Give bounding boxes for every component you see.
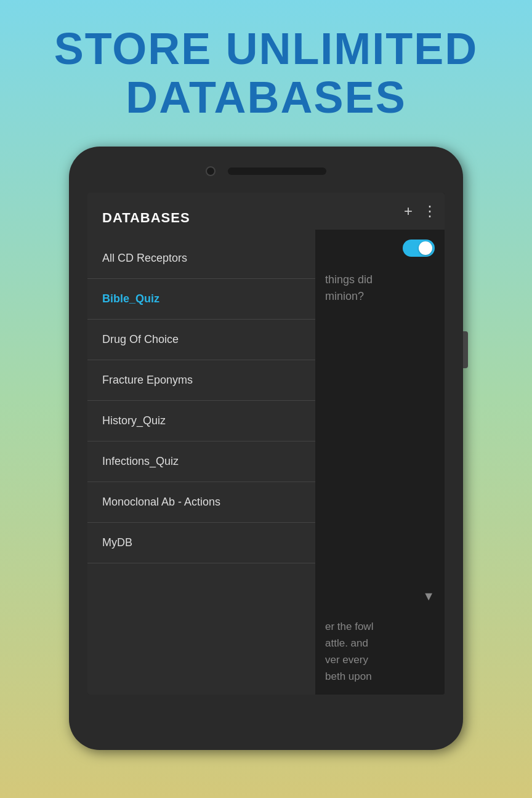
phone-container: DATABASES All CD Receptors Bible_Quiz Dr… [69, 147, 463, 750]
phone-top [69, 147, 463, 196]
drawer-item-label-active: Bible_Quiz [102, 292, 159, 305]
drawer-item-label: Drug Of Choice [102, 333, 179, 345]
app-toolbar: + ⋮ [315, 193, 445, 230]
speaker [228, 167, 326, 175]
phone-screen: DATABASES All CD Receptors Bible_Quiz Dr… [87, 193, 445, 695]
add-icon[interactable]: + [404, 203, 413, 220]
toggle-switch[interactable] [403, 240, 435, 257]
app-content: + ⋮ things didminion? ▼ er the fowlattle… [315, 193, 445, 695]
list-item[interactable]: Drug Of Choice [87, 320, 315, 360]
more-icon[interactable]: ⋮ [422, 203, 437, 220]
list-item[interactable]: Fracture Eponyms [87, 360, 315, 401]
drawer-header: DATABASES [87, 193, 315, 238]
drawer-item-label: MyDB [102, 536, 132, 549]
side-button [463, 331, 468, 368]
chevron-down-icon[interactable]: ▼ [315, 584, 445, 608]
drawer-item-label: History_Quiz [102, 414, 166, 427]
list-item[interactable]: Monoclonal Ab - Actions [87, 482, 315, 523]
drawer-panel: DATABASES All CD Receptors Bible_Quiz Dr… [87, 193, 315, 695]
list-item[interactable]: History_Quiz [87, 401, 315, 441]
drawer-item-label: Infections_Quiz [102, 455, 179, 467]
drawer-item-label: Fracture Eponyms [102, 374, 193, 386]
headline-line1: STORE UNLIMITED [54, 24, 478, 73]
headline-line2: DATABASES [126, 73, 406, 122]
camera [206, 166, 216, 176]
toggle-knob [419, 241, 432, 255]
phone-shell: DATABASES All CD Receptors Bible_Quiz Dr… [69, 147, 463, 750]
list-item[interactable]: Infections_Quiz [87, 441, 315, 482]
answer-text: er the fowlattle. andver everybeth upon [315, 608, 445, 695]
drawer-item-label: All CD Receptors [102, 252, 187, 264]
headline: STORE UNLIMITED DATABASES [0, 0, 532, 140]
question-text: things didminion? [325, 272, 435, 305]
drawer-list: All CD Receptors Bible_Quiz Drug Of Choi… [87, 238, 315, 695]
toggle-area [315, 230, 445, 262]
drawer-item-label: Monoclonal Ab - Actions [102, 496, 220, 508]
list-item[interactable]: Bible_Quiz [87, 279, 315, 320]
list-item[interactable]: All CD Receptors [87, 238, 315, 279]
drawer-title: DATABASES [102, 210, 190, 225]
list-item[interactable]: MyDB [87, 523, 315, 563]
question-area: things didminion? [315, 262, 445, 584]
